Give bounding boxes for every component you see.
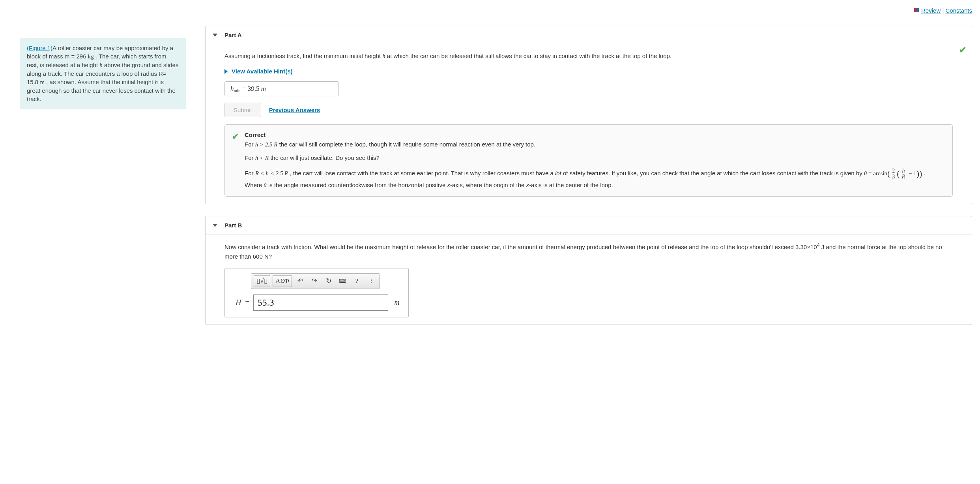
ans-sub: min — [234, 88, 241, 93]
figure-link[interactable]: (Figure 1) — [27, 45, 52, 51]
f2n: h — [901, 168, 907, 174]
reset-button[interactable]: ↻ — [323, 275, 335, 287]
part-a-buttons: Submit Previous Answers — [224, 103, 953, 117]
submit-button: Submit — [224, 103, 261, 117]
redo-button[interactable]: ↷ — [309, 275, 320, 287]
top-links: Review | Constants — [205, 0, 972, 26]
fb1b: h > 2.5 R — [255, 141, 278, 148]
part-a-prompt: Assuming a frictionless track, find the … — [224, 51, 953, 61]
pb-prompt-1: Now consider a track with friction. What… — [224, 244, 817, 250]
constants-link[interactable]: Constants — [945, 7, 972, 14]
keyboard-button[interactable]: ⌨ — [337, 275, 349, 287]
fb-eqs: = — [867, 170, 873, 176]
pa-prompt-1: Assuming a frictionless track, find the … — [224, 53, 382, 59]
fb2a: For — [245, 154, 255, 161]
feedback-line2: For h < R the car will just oscillate. D… — [245, 153, 944, 163]
check-icon: ✔ — [232, 130, 239, 143]
fb1a: For — [245, 141, 255, 148]
collapse-icon — [213, 224, 217, 227]
equation-input-wrap: ▯√▯ ΑΣΦ ↶ ↷ ↻ ⌨ ? ⋮ H = m — [224, 268, 409, 317]
fb-arcsin: arcsin — [873, 170, 887, 176]
expand-icon — [224, 69, 228, 74]
fb3d: lot — [555, 170, 561, 176]
f1d: 3 — [891, 174, 896, 180]
frac-2-3: 23 — [891, 168, 896, 180]
pb-exp: 4 — [817, 242, 820, 248]
more-button[interactable]: ⋮ — [365, 275, 377, 287]
eq-var-label: H — [236, 298, 241, 307]
previous-answers-link[interactable]: Previous Answers — [269, 107, 320, 113]
view-hints[interactable]: View Available Hint(s) — [224, 68, 953, 75]
collapse-icon — [213, 34, 217, 37]
part-b: Part B Now consider a track with frictio… — [205, 216, 972, 325]
ans-base: h — [230, 85, 234, 92]
left-column: (Figure 1)A roller coaster car may be ap… — [0, 0, 197, 484]
rparen2: ) — [916, 169, 919, 178]
fb1c: the car will still complete the loop, th… — [277, 141, 535, 148]
part-a-check-icon: ✔ — [959, 45, 966, 55]
review-link[interactable]: Review — [921, 7, 941, 14]
part-a-header[interactable]: Part A — [206, 26, 972, 44]
fb3g: is the angle measured counterclockwise f… — [267, 182, 447, 188]
fb3a: For — [245, 170, 255, 176]
ans-eq: = — [241, 85, 248, 92]
fb2b: h < R — [255, 155, 269, 161]
equation-toolbar: ▯√▯ ΑΣΦ ↶ ↷ ↻ ⌨ ? ⋮ — [251, 273, 380, 289]
feedback-line3: For R < h < 2.5 R , the cart will lose c… — [245, 167, 944, 190]
part-a-answer: hmin = 39.5 m — [224, 81, 339, 96]
equation-row: H = m — [236, 295, 400, 311]
problem-statement: (Figure 1)A roller coaster car may be ap… — [20, 38, 186, 109]
f1n: 2 — [891, 168, 896, 174]
fb2c: the car will just oscillate. Do you see … — [269, 154, 380, 161]
ans-unit: m — [259, 85, 266, 92]
unit-kg: kg — [88, 53, 94, 60]
part-a-feedback: ✔ Correct For h > 2.5 R the car will sti… — [224, 124, 953, 197]
fb3b: R < h < 2.5 R — [255, 170, 288, 176]
answer-input[interactable] — [253, 295, 388, 311]
unit-m: m — [40, 79, 45, 85]
top-sep: | — [941, 7, 945, 14]
lparen2: ( — [897, 169, 900, 178]
part-b-header[interactable]: Part B — [206, 216, 972, 234]
frac-h-r: hR — [901, 168, 907, 180]
var-h-1: h — [99, 62, 103, 68]
pa-prompt-2: at which the car can be released that st… — [385, 53, 671, 59]
fb3h: -axis, where the origin of the — [450, 182, 526, 188]
part-a: ✔ Part A Assuming a frictionless track, … — [205, 26, 972, 204]
part-a-body: Assuming a frictionless track, find the … — [206, 44, 972, 197]
right-column: Review | Constants ✔ Part A Assuming a f… — [197, 0, 980, 484]
greek-button[interactable]: ΑΣΦ — [273, 275, 292, 287]
part-b-prompt: Now consider a track with friction. What… — [224, 242, 953, 261]
hints-label: View Available Hint(s) — [232, 68, 293, 75]
templates-button[interactable]: ▯√▯ — [254, 275, 270, 287]
problem-text-4: , as shown. Assume that the initial heig… — [45, 79, 155, 85]
part-a-title: Part A — [224, 32, 242, 38]
fb3c: , the cart will lose contact with the tr… — [288, 170, 555, 176]
fb3i: -axis is at the center of the loop. — [529, 182, 613, 188]
f2d: R — [901, 174, 907, 180]
feedback-line1: For h > 2.5 R the car will still complet… — [245, 140, 944, 149]
part-b-title: Part B — [224, 222, 242, 229]
var-h-2: h — [155, 79, 158, 85]
help-button[interactable]: ? — [351, 275, 363, 287]
part-b-body: Now consider a track with friction. What… — [206, 234, 972, 317]
lparen1: ( — [887, 169, 890, 178]
ans-value: 39.5 — [248, 85, 260, 92]
fb3e: of safety features. If you like, you can… — [561, 170, 864, 176]
undo-button[interactable]: ↶ — [294, 275, 306, 287]
correct-label: Correct — [245, 130, 944, 140]
fb-m1: − 1 — [907, 170, 916, 176]
fb-x2: x — [526, 182, 529, 188]
eq-equals: = — [245, 298, 249, 307]
book-icon — [914, 8, 919, 12]
eq-unit: m — [395, 298, 400, 307]
fb-x1: x — [447, 182, 450, 188]
pa-prompt-var: h — [382, 53, 385, 59]
fb-theta2: θ — [264, 182, 266, 188]
